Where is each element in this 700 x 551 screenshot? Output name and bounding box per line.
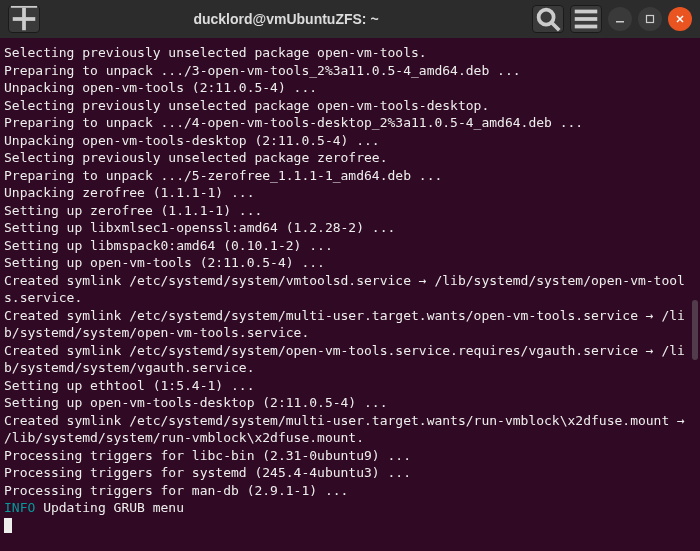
window-title: ducklord@vmUbuntuZFS: ~ [46,11,526,27]
info-label: INFO [4,500,35,515]
titlebar-left [8,5,40,33]
terminal-line: Selecting previously unselected package … [4,45,427,60]
new-tab-button[interactable] [8,5,40,33]
info-text: Updating GRUB menu [35,500,184,515]
terminal-line: Selecting previously unselected package … [4,98,489,113]
cursor [4,518,12,533]
terminal-line: Preparing to unpack .../3-open-vm-tools_… [4,63,521,78]
svg-line-4 [552,23,560,31]
terminal-line: Created symlink /etc/systemd/system/vmto… [4,273,685,306]
terminal-line: Setting up libmspack0:amd64 (0.10.1-2) .… [4,238,333,253]
svg-point-3 [539,10,554,25]
terminal-line: Created symlink /etc/systemd/system/mult… [4,413,693,446]
terminal-line: Created symlink /etc/systemd/system/mult… [4,308,685,341]
menu-button[interactable] [570,5,602,33]
terminal-line: Unpacking open-vm-tools (2:11.0.5-4) ... [4,80,317,95]
terminal-line: Unpacking open-vm-tools-desktop (2:11.0.… [4,133,380,148]
minimize-button[interactable] [608,7,632,31]
search-button[interactable] [532,5,564,33]
terminal-line: Created symlink /etc/systemd/system/open… [4,343,685,376]
maximize-button[interactable] [638,7,662,31]
svg-rect-8 [616,21,624,23]
svg-rect-7 [575,25,598,29]
svg-rect-6 [575,17,598,21]
terminal-line: Setting up libxmlsec1-openssl:amd64 (1.2… [4,220,395,235]
titlebar-right [532,5,692,33]
terminal-line: Processing triggers for systemd (245.4-4… [4,465,411,480]
terminal-line: Processing triggers for man-db (2.9.1-1)… [4,483,348,498]
terminal-line: Setting up ethtool (1:5.4-1) ... [4,378,254,393]
terminal-line: Selecting previously unselected package … [4,150,388,165]
terminal-line: Setting up open-vm-tools-desktop (2:11.0… [4,395,388,410]
svg-rect-9 [647,16,654,23]
svg-rect-1 [13,17,36,21]
terminal-line: Processing triggers for libc-bin (2.31-0… [4,448,411,463]
close-button[interactable] [668,7,692,31]
terminal-output[interactable]: Selecting previously unselected package … [0,38,700,551]
terminal-line: Preparing to unpack .../5-zerofree_1.1.1… [4,168,442,183]
terminal-line: Preparing to unpack .../4-open-vm-tools-… [4,115,583,130]
terminal-line: Unpacking zerofree (1.1.1-1) ... [4,185,254,200]
titlebar: ducklord@vmUbuntuZFS: ~ [0,0,700,38]
terminal-line: Setting up open-vm-tools (2:11.0.5-4) ..… [4,255,325,270]
svg-rect-2 [11,6,37,8]
svg-rect-5 [575,10,598,14]
scrollbar[interactable] [692,300,698,360]
terminal-line: Setting up zerofree (1.1.1-1) ... [4,203,262,218]
